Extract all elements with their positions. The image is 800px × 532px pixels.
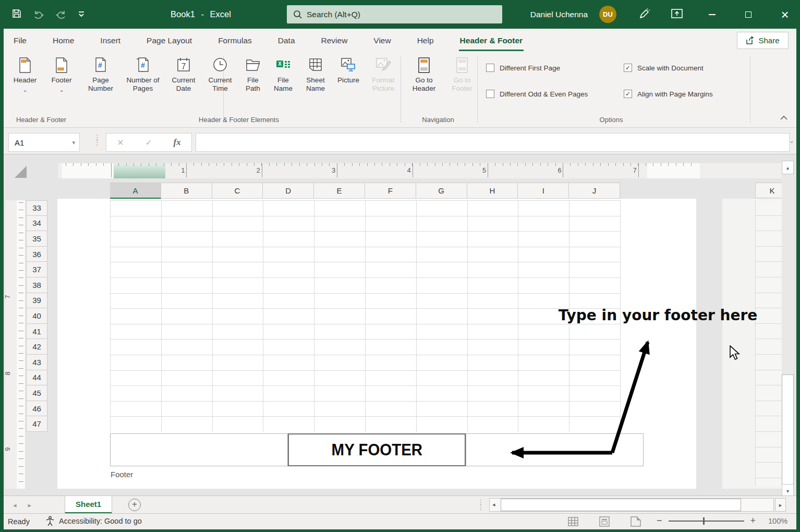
zoom-slider-thumb[interactable] xyxy=(703,517,705,525)
insert-function-icon[interactable]: fx xyxy=(173,137,180,148)
zoom-slider[interactable] xyxy=(669,521,744,522)
footer-left-section[interactable] xyxy=(110,433,288,466)
tab-header-footer[interactable]: Header & Footer xyxy=(459,30,524,51)
cancel-entry-icon[interactable]: ✕ xyxy=(117,138,124,148)
sheet-name-button[interactable]: Sheet Name xyxy=(300,53,331,93)
tab-data[interactable]: Data xyxy=(277,30,296,51)
scroll-down-icon[interactable]: ▾ xyxy=(782,484,794,495)
search-input[interactable]: Search (Alt+Q) xyxy=(287,5,502,23)
confirm-entry-icon[interactable]: ✓ xyxy=(145,138,152,148)
current-time-button[interactable]: Current Time xyxy=(203,53,237,93)
checkbox-scale-with-document[interactable]: ✓Scale with Document xyxy=(624,64,704,72)
ink-pen-icon[interactable] xyxy=(637,7,650,22)
column-header-h[interactable]: H xyxy=(467,183,518,199)
checkbox-box[interactable] xyxy=(486,64,494,72)
expand-formula-bar-icon[interactable]: ⌄ xyxy=(789,137,794,144)
normal-view-icon[interactable] xyxy=(567,515,579,528)
user-name[interactable]: Daniel Uchenna xyxy=(530,10,588,19)
formula-bar-grip[interactable]: ⋮⋮ xyxy=(93,135,101,144)
zoom-level[interactable]: 100% xyxy=(768,517,787,525)
page-break-preview-icon[interactable] xyxy=(629,515,642,528)
file-path-button[interactable]: File Path xyxy=(240,53,266,93)
vertical-scroll-thumb[interactable] xyxy=(782,374,794,489)
undo-button[interactable] xyxy=(33,9,44,20)
header-button[interactable]: Header ⌄ xyxy=(10,53,40,94)
checkbox-different-odd-even-pages[interactable]: Different Odd & Even Pages xyxy=(486,90,588,98)
file-name-button[interactable]: XFile Name xyxy=(269,53,297,93)
select-all-corner[interactable] xyxy=(15,166,27,178)
column-header-a[interactable]: A xyxy=(110,183,161,199)
column-header-g[interactable]: G xyxy=(416,183,467,199)
tab-page-layout[interactable]: Page Layout xyxy=(146,30,193,51)
row-header-38[interactable]: 38 xyxy=(26,277,47,293)
horizontal-scroll-thumb[interactable] xyxy=(501,499,741,511)
footer-center-section[interactable]: MY FOOTER xyxy=(288,433,466,466)
scroll-left-icon[interactable]: ◂ xyxy=(492,501,495,508)
page-layout-view-icon[interactable] xyxy=(598,515,611,528)
minimize-button[interactable] xyxy=(704,0,720,29)
name-box-dropdown-icon[interactable]: ▾ xyxy=(72,139,75,146)
row-header-33[interactable]: 33 xyxy=(26,200,47,216)
maximize-button[interactable] xyxy=(741,0,756,29)
tab-view[interactable]: View xyxy=(372,30,392,51)
share-button[interactable]: Share xyxy=(737,32,789,49)
redo-button[interactable] xyxy=(55,9,67,20)
footer-right-section[interactable] xyxy=(466,433,644,466)
page-number-button[interactable]: #Page Number xyxy=(82,53,119,93)
formula-input[interactable] xyxy=(196,133,790,152)
new-sheet-button[interactable]: + xyxy=(128,499,141,511)
row-header-46[interactable]: 46 xyxy=(26,401,47,417)
row-header-36[interactable]: 36 xyxy=(26,247,47,262)
checkbox-box[interactable] xyxy=(486,90,494,98)
column-header-b[interactable]: B xyxy=(161,183,212,199)
customize-qat-icon[interactable] xyxy=(78,10,85,19)
row-header-41[interactable]: 41 xyxy=(26,324,47,340)
tab-home[interactable]: Home xyxy=(52,30,75,51)
column-header-i[interactable]: I xyxy=(518,183,569,199)
ribbon-display-options-icon[interactable] xyxy=(671,8,683,21)
zoom-in-button[interactable]: + xyxy=(750,515,756,526)
checkbox-box[interactable]: ✓ xyxy=(624,90,632,98)
row-header-40[interactable]: 40 xyxy=(26,308,47,324)
zoom-out-button[interactable]: − xyxy=(657,515,662,526)
number-of-pages-button[interactable]: #Number of Pages xyxy=(122,53,164,93)
column-header-e[interactable]: E xyxy=(314,183,365,199)
row-header-43[interactable]: 43 xyxy=(26,355,47,370)
collapse-ribbon-button[interactable] xyxy=(780,114,789,121)
footer-button[interactable]: Footer ⌄ xyxy=(46,53,77,94)
sheet-tab-sheet1[interactable]: Sheet1 xyxy=(65,496,112,514)
column-header-d[interactable]: D xyxy=(263,183,314,199)
tab-formulas[interactable]: Formulas xyxy=(217,30,253,51)
sheet-grid[interactable] xyxy=(110,200,621,432)
tab-insert[interactable]: Insert xyxy=(99,30,122,51)
row-header-34[interactable]: 34 xyxy=(26,216,47,232)
accessibility-status[interactable]: Accessibility: Good to go xyxy=(59,517,142,525)
go-to-header-button[interactable]: Go to Header xyxy=(407,53,441,93)
row-header-47[interactable]: 47 xyxy=(26,416,47,432)
column-header-f[interactable]: F xyxy=(365,183,416,199)
tab-scroll-grip[interactable]: ⋮⋮ xyxy=(477,500,484,510)
horizontal-scrollbar[interactable]: ◂ xyxy=(489,498,774,512)
row-header-45[interactable]: 45 xyxy=(26,385,47,401)
column-header-c[interactable]: C xyxy=(212,183,263,199)
row-header-44[interactable]: 44 xyxy=(26,370,47,386)
row-header-37[interactable]: 37 xyxy=(26,262,47,277)
avatar[interactable]: DU xyxy=(599,6,616,23)
tab-review[interactable]: Review xyxy=(320,30,349,51)
save-icon[interactable] xyxy=(11,8,22,21)
checkbox-different-first-page[interactable]: Different First Page xyxy=(486,64,560,72)
picture-button[interactable]: Picture xyxy=(334,53,363,93)
row-header-39[interactable]: 39 xyxy=(26,293,47,309)
column-header-j[interactable]: J xyxy=(569,183,620,199)
vertical-scrollbar[interactable]: ▴ ▾ xyxy=(782,161,794,495)
tab-file[interactable]: File xyxy=(13,30,28,51)
checkbox-box[interactable]: ✓ xyxy=(624,64,632,72)
tab-help[interactable]: Help xyxy=(416,30,435,51)
scroll-right-icon[interactable]: ▸ xyxy=(775,498,786,512)
checkbox-align-with-page-margins[interactable]: ✓Align with Page Margins xyxy=(624,90,713,98)
row-header-42[interactable]: 42 xyxy=(26,339,47,355)
current-date-button[interactable]: 7Current Date xyxy=(167,53,200,93)
name-box[interactable]: A1 ▾ xyxy=(8,133,80,152)
row-header-35[interactable]: 35 xyxy=(26,231,47,247)
next-sheet-icon[interactable]: ▸ xyxy=(28,501,32,509)
